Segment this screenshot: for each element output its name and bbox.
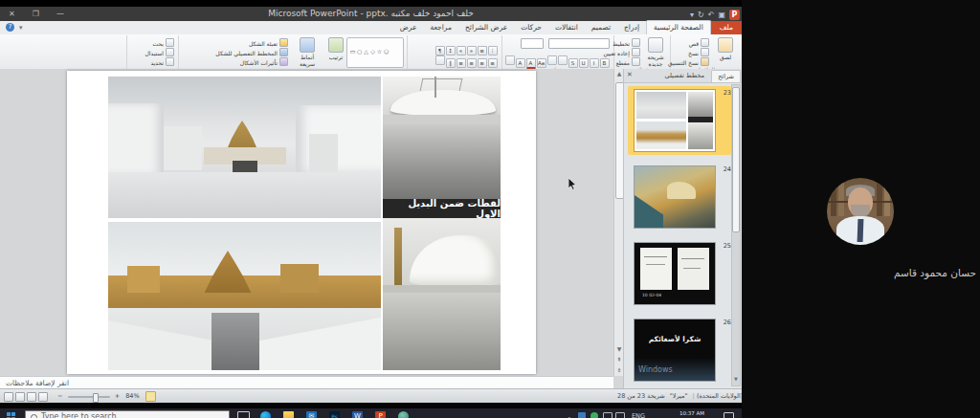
slide-thumbnail-24[interactable]: 24 [628,163,731,231]
select-button[interactable]: تحديد [150,57,174,66]
theme-name: "ميرلا" [670,392,688,400]
char-spacing-button[interactable] [547,55,557,65]
volume-icon[interactable] [615,412,625,418]
copy-button[interactable]: نسخ [688,48,709,56]
photoshop-icon[interactable]: Ps [329,411,340,418]
section-button[interactable]: مقطع [616,57,640,66]
find-button[interactable]: بحث [153,38,174,47]
help-icon[interactable]: ? [6,23,14,32]
panel-scrollbar-thumb[interactable] [732,87,740,232]
shape-outline-button[interactable]: المخطط التفصيلي للشكل [215,48,288,56]
group-drawing: ▭○△◇☆⬠ ↔⇦⌒⊃〜◠ {}()∧✓ ترتيب أنماط سريعة ت… [178,35,407,73]
title-bar: ✕❐— Microsoft PowerPoint - pptx. خلف احم… [0,7,742,21]
render-image-top-left[interactable] [108,77,381,218]
cut-button[interactable]: قص [689,38,709,47]
window-title: Microsoft PowerPoint - pptx. خلف احمود خ… [115,7,627,21]
tab-insert[interactable]: إدراج [617,21,646,34]
minimize-icon[interactable]: — [56,7,64,21]
word-icon[interactable]: W [352,411,363,418]
arrange-icon [328,37,344,53]
edge-icon[interactable] [260,411,271,418]
paste-button[interactable]: لصق [713,37,738,60]
slideshow-icon[interactable] [38,392,48,402]
tab-home[interactable]: الصفحة الرئيسية [646,20,711,34]
panel-scrollbar[interactable]: ▼ [731,84,741,386]
smartart-convert-button[interactable] [435,55,445,65]
shadow-button[interactable] [558,55,568,65]
tab-animations[interactable]: حركات [514,21,548,34]
participant-name: حسان محمود قاسم [894,267,976,278]
zoom-slider-knob[interactable] [93,393,99,403]
slide-thumbnail-25[interactable]: 25 10 02-04 [628,239,731,308]
powerpoint-app-icon[interactable]: P [729,10,740,20]
maximize-icon[interactable]: ❐ [33,7,39,21]
slide-thumbnail-23[interactable]: 23 [628,86,731,155]
panel-scroll-down-icon[interactable]: ▼ [732,376,740,382]
zoom-level[interactable]: 84% [125,392,139,400]
normal-view-icon[interactable] [4,392,13,402]
task-view-icon[interactable] [237,411,250,418]
undo-icon[interactable]: ↶ [708,10,715,20]
group-font: BIUSAaAA خط [501,35,613,73]
mail-icon[interactable]: ✉ [306,411,317,418]
slide-sorter-icon[interactable] [15,392,25,402]
meeting-app-icon[interactable] [398,411,409,418]
render-image-bottom-left[interactable] [108,222,381,370]
replace-button[interactable]: استبدال [145,48,175,56]
notes-pane[interactable]: انقر لإضافة ملاحظات [0,376,613,388]
zoom-out-button[interactable]: − [57,392,62,400]
tab-slideshow[interactable]: عرض الشرائح [458,21,514,34]
tab-design[interactable]: تصميم [585,21,617,34]
redo-icon[interactable]: ↻ [698,10,704,20]
font-size-combobox[interactable] [521,38,544,49]
zoom-slider[interactable] [68,396,110,398]
tab-slides-pane[interactable]: شرائح [711,70,741,82]
slide-number: 25 [724,242,731,250]
quick-styles-button[interactable]: أنماط سريعة [294,37,321,67]
new-slide-button[interactable]: شريحة جديدة [642,37,669,67]
tab-outline-pane[interactable]: مخطط تفصيلي [658,70,710,81]
shape-effects-button[interactable]: تأثيرات الأشكال [240,57,288,66]
language-indicator[interactable]: الإنجليزية (الولايات المتحدة) [697,392,742,400]
qat-customize-icon[interactable]: ▾ [690,10,694,20]
panel-close-icon[interactable]: ✕ [627,71,633,78]
participant-avatar[interactable] [827,178,894,245]
tab-view[interactable]: عرض [393,21,424,34]
powerpoint-taskbar-icon[interactable]: P [375,411,386,418]
shapes-gallery[interactable]: ▭○△◇☆⬠ ↔⇦⌒⊃〜◠ {}()∧✓ [346,37,404,68]
taskbar-search[interactable]: Type here to search [25,410,230,418]
arrange-button[interactable]: ترتيب [324,37,347,60]
network-icon[interactable] [603,412,612,418]
fit-to-window-icon[interactable] [145,391,156,402]
zoom-in-button[interactable]: + [115,392,120,400]
caption-strip[interactable]: لقطات ضمن البديل الاول [383,199,501,218]
status-bar: − + 84% شريحة 23 من 28 "ميرلا" | الإنجلي… [0,388,742,403]
tab-file[interactable]: ملف [711,21,742,34]
slide-thumbnail-26[interactable]: 26 شكرا لأصغائكم Windows [628,316,731,385]
render-image-top-right[interactable] [383,77,501,199]
sharing-tray-icon[interactable] [590,412,598,418]
save-icon[interactable]: ▣ [718,10,725,20]
slide-canvas[interactable]: لقطات ضمن البديل الاول [67,71,536,374]
format-painter-button[interactable]: نسخ التنسيق [668,57,709,66]
display-tray-icon[interactable] [578,412,586,418]
render-image-bottom-right[interactable] [383,218,501,370]
slide-number: 23 [724,89,731,97]
tab-transitions[interactable]: انتقالات [548,21,585,34]
group-slides: شريحة جديدة تخطيط إعادة تعيين مقطع شرائح [613,35,670,73]
shape-fill-button[interactable]: تعبئة الشكل [249,38,288,47]
close-icon[interactable]: ✕ [9,7,15,21]
windows-watermark: Windows [638,365,673,374]
action-center-icon[interactable] [724,412,734,418]
tray-expand-icon[interactable]: ︿ [567,408,572,418]
reading-view-icon[interactable] [27,392,36,402]
font-name-combobox[interactable] [548,38,610,49]
file-explorer-icon[interactable] [283,411,294,418]
minimize-ribbon-icon[interactable]: ▾ [19,24,23,32]
clock[interactable]: 10:37 AM 6/1/2021 [670,410,714,418]
clear-formatting-button[interactable] [505,55,515,65]
start-button[interactable] [7,412,15,418]
layout-button[interactable]: تخطيط [612,38,640,47]
tab-review[interactable]: مراجعة [423,21,458,34]
language-tray[interactable]: ENG [632,408,645,418]
